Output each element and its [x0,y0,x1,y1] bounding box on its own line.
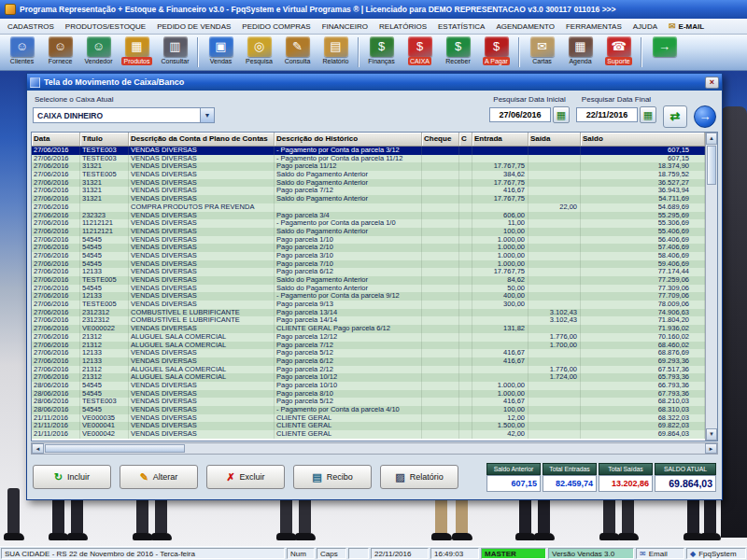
table-row[interactable]: 27/06/2016TESTE005VENDAS DIVERSASSaldo d… [32,276,705,285]
table-row[interactable]: 27/06/201621312ALUGUEL SALA COMERCIALPag… [32,373,705,382]
toolbar-button-produtos[interactable]: ▦Produtos [118,35,156,65]
close-icon[interactable]: × [705,77,719,89]
table-row[interactable]: 27/06/201631321VENDAS DIVERSASSaldo do P… [32,195,705,203]
toolbar-button-receber[interactable]: $Receber [439,35,477,65]
table-row[interactable]: 28/06/201654545VENDAS DIVERSASPago parce… [32,390,705,399]
toolbar-button-a-pagar[interactable]: $A Pagar [477,35,515,65]
menu-item-relatorios[interactable]: RELATÓRIOS [374,19,432,34]
table-row[interactable]: 27/06/201612133VENDAS DIVERSASPago parce… [32,268,705,276]
menu-item-pedido-compras[interactable]: PEDIDO COMPRAS [236,19,316,34]
table-row[interactable]: 27/06/201621312ALUGUEL SALA COMERCIALPag… [32,333,705,342]
column-header-descricao-da-conta-d-plano-de-contas[interactable]: Descrição da Conta d Plano de Contas [129,133,275,146]
table-row[interactable]: 27/06/201612133VENDAS DIVERSASPago parce… [32,357,705,366]
caixa-select[interactable]: CAIXA DINHEIRO ▼ [33,107,215,123]
menu-item-financeiro[interactable]: FINANCEIRO [317,19,374,34]
incluir-button[interactable]: ↻Incluir [33,465,111,489]
status-panel-num: Num [287,548,315,559]
toolbar-button-vendedor[interactable]: ☺Vendedor [79,35,118,65]
excluir-button[interactable]: ✗Excluir [206,465,285,489]
column-header-cheque[interactable]: Cheque [422,133,459,146]
table-row[interactable]: 27/06/201611212121VENDAS DIVERSASSaldo d… [32,228,705,236]
scrollbar-thumb[interactable] [707,146,716,185]
table-row[interactable]: 27/06/201621312ALUGUEL SALA COMERCIALPag… [32,366,705,374]
desktop: Tela do Movimento de Caixa/Banco × Selec… [0,71,747,546]
toolbar-button-consultar[interactable]: ▥Consultar [156,35,194,65]
table-row[interactable]: 28/06/2016TESTE003VENDAS DIVERSASPago pa… [32,398,705,406]
column-header-saida[interactable]: Saída [529,133,581,146]
table-row[interactable]: 28/06/201654545VENDAS DIVERSASPago parce… [32,382,705,390]
date-start-field[interactable]: 27/06/2016 [489,107,551,122]
table-row[interactable]: 27/06/201631321VENDAS DIVERSASPago parce… [32,187,705,195]
menu-item-agendamento[interactable]: AGENDAMENTO [490,19,560,34]
toolbar-separator [518,37,520,67]
menu-item-estatistica[interactable]: ESTATÍSTICA [432,19,490,34]
calendar-icon[interactable]: ▦ [553,106,570,123]
toolbar-button-financas[interactable]: $Finanças [362,35,401,65]
menu-item-cadastros[interactable]: CADASTROS [2,19,60,34]
table-row[interactable]: 27/06/201612133VENDAS DIVERSAS- Pagament… [32,292,705,301]
status-panel-email: ✉Email [636,548,684,559]
table-row[interactable]: 21/11/2016VE000035VENDAS DIVERSASCLIENTE… [32,414,705,423]
menu-item-produtos-estoque[interactable]: PRODUTOS/ESTOQUE [60,19,151,34]
scroll-up-icon[interactable]: ▲ [706,133,717,145]
table-row[interactable]: 28/06/201654545VENDAS DIVERSAS- Pagament… [32,406,705,414]
horizontal-scrollbar[interactable]: ◄ ► [31,442,718,455]
table-row[interactable]: 27/06/201611212121VENDAS DIVERSAS- Pagam… [32,219,705,228]
toolbar-button-agenda[interactable]: ▦Agenda [561,35,599,65]
toolbar-button-suporte[interactable]: ☎Suporte [599,35,638,65]
search-go-button[interactable]: → [694,105,716,128]
table-row[interactable]: 27/06/201654545VENDAS DIVERSASPago parce… [32,260,705,269]
table-row[interactable]: 27/06/2016VE000022VENDAS DIVERSASCLIENTE… [32,325,705,333]
toolbar-button-clientes[interactable]: ☺Clientes [3,35,41,65]
scroll-down-icon[interactable]: ▼ [706,428,717,441]
column-header-saldo[interactable]: Saldo [581,133,705,146]
table-row[interactable]: 27/06/2016232323VENDAS DIVERSASPago parc… [32,212,705,220]
table-row[interactable]: 27/06/20162312312COMBUSTÍVEL E LUBRIFICA… [32,309,705,317]
table-row[interactable]: 27/06/2016TESTE005VENDAS DIVERSASPago pa… [32,301,705,309]
column-header-descricao-do-historico[interactable]: Descrição do Histórico [275,133,422,146]
menu-item-ferramentas[interactable]: FERRAMENTAS [560,19,627,34]
table-row[interactable]: 21/11/2016VE000041VENDAS DIVERSASCLIENTE… [32,422,705,430]
table-row[interactable]: 21/11/2016VE000042VENDAS DIVERSASCLIENTE… [32,430,705,439]
toolbar-button-caixa[interactable]: $CAIXA [401,35,439,65]
table-row[interactable]: 27/06/201621312ALUGUEL SALA COMERCIALPag… [32,342,705,350]
scroll-right-icon[interactable]: ► [705,443,717,454]
table-row[interactable]: 27/06/20162312312COMBUSTÍVEL E LUBRIFICA… [32,316,705,325]
date-end-field[interactable]: 22/11/2016 [576,107,638,122]
toolbar-button-fornece[interactable]: ☺Fornece [41,35,79,65]
table-row[interactable]: 27/06/201631321VENDAS DIVERSASSaldo do P… [32,179,705,188]
toolbar: ☺Clientes☺Fornece☺Vendedor▦Produtos▥Cons… [0,35,747,71]
scrollbar-thumb[interactable] [45,444,185,453]
table-row[interactable]: 27/06/2016TESTE003VENDAS DIVERSAS- Pagam… [32,155,705,163]
calendar-icon[interactable]: ▦ [640,106,656,123]
table-row[interactable]: 27/06/2016TESTE005VENDAS DIVERSASSaldo d… [32,171,705,179]
menu-item-pedido-de-vendas[interactable]: PEDIDO DE VENDAS [151,19,236,34]
menu-item-email[interactable]: ✉E-MAIL [663,19,710,34]
table-row[interactable]: 27/06/201654545VENDAS DIVERSASSaldo do P… [32,285,705,293]
column-header-c[interactable]: C [459,133,472,146]
alterar-button[interactable]: ✎Alterar [120,465,198,489]
toolbar-button-cartas[interactable]: ✉Cartas [523,35,561,65]
vertical-scrollbar[interactable]: ▲ ▼ [705,133,717,441]
table-row[interactable]: 27/06/201612133VENDAS DIVERSASPago parce… [32,349,705,357]
recibo-button[interactable]: ▤Recibo [293,465,372,489]
table-row[interactable]: 27/06/2016TESTE003VENDAS DIVERSAS- Pagam… [32,147,705,155]
toolbar-button-exit-icon[interactable]: → [645,35,684,57]
refresh-icon[interactable]: ⇄ [663,105,687,128]
toolbar-button-vendas[interactable]: ▣Vendas [202,35,240,65]
toolbar-button-pesquisa[interactable]: ◎Pesquisa [240,35,278,65]
column-header-data[interactable]: Data [32,133,80,146]
toolbar-button-relatorio[interactable]: ▤Relatório [317,35,355,65]
table-row[interactable]: 27/06/2016COMPRA PRODUTOS PRA REVENDA22,… [32,203,705,212]
table-row[interactable]: 27/06/201654545VENDAS DIVERSASPago parce… [32,252,705,260]
chevron-down-icon[interactable]: ▼ [200,108,214,122]
scroll-left-icon[interactable]: ◄ [32,443,44,454]
table-row[interactable]: 27/06/201654545VENDAS DIVERSASPago parce… [32,244,705,252]
toolbar-button-consulta[interactable]: ✎Consulta [278,35,317,65]
relatorio-button[interactable]: ▨Relatório [380,465,458,489]
column-header-entrada[interactable]: Entrada [472,133,529,146]
table-row[interactable]: 27/06/201654545VENDAS DIVERSASPago parce… [32,236,705,245]
table-row[interactable]: 27/06/201631321VENDAS DIVERSASPago parce… [32,162,705,171]
menu-item-ajuda[interactable]: AJUDA [627,19,663,34]
column-header-titulo[interactable]: Título [80,133,129,146]
